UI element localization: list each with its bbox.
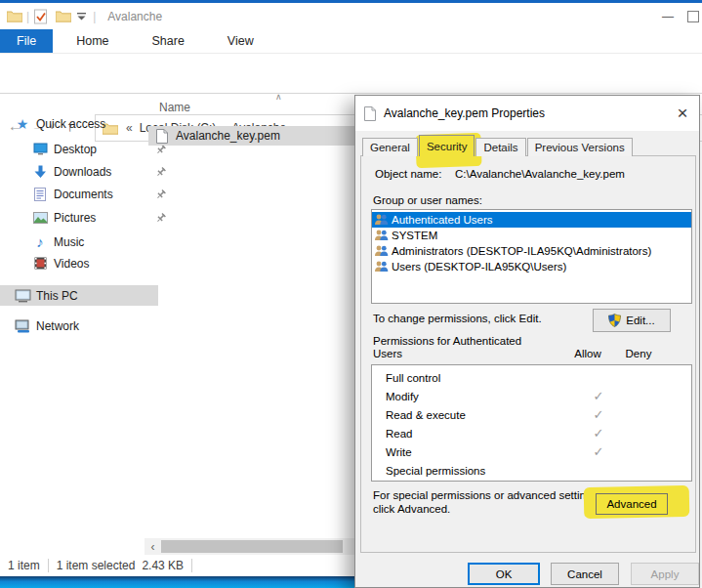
file-icon xyxy=(156,129,168,144)
downloads-icon xyxy=(31,165,49,179)
pin-icon xyxy=(156,189,166,199)
scroll-left-icon[interactable]: ‹ xyxy=(145,540,161,554)
status-item-count: 1 item xyxy=(8,559,40,572)
documents-icon xyxy=(31,188,49,201)
minimize-button[interactable]: — xyxy=(655,10,681,23)
sidebar-item-music[interactable]: ♪ Music xyxy=(0,231,176,252)
cancel-button[interactable]: Cancel xyxy=(551,563,619,585)
tab-security[interactable]: Security xyxy=(419,135,475,156)
maximize-button[interactable] xyxy=(681,11,702,22)
maximize-icon xyxy=(687,11,699,22)
horizontal-scrollbar[interactable]: ‹ xyxy=(145,538,354,555)
advanced-hint-line1: For special permissions or advanced sett… xyxy=(373,489,600,501)
qat-separator-2: | xyxy=(93,10,96,23)
uac-shield-icon xyxy=(608,314,621,327)
this-pc-icon xyxy=(14,289,31,303)
sort-ascending-icon: ∧ xyxy=(275,92,282,102)
group-users-icon xyxy=(374,214,389,226)
desktop-icon xyxy=(31,143,49,155)
ribbon-tab-home[interactable]: Home xyxy=(62,29,122,53)
group-name: Administrators (DESKTOP-ILA95KQ\Administ… xyxy=(392,245,651,257)
network-icon xyxy=(14,319,31,333)
ok-button[interactable]: OK xyxy=(468,563,540,585)
sidebar-item-quick-access[interactable]: ★ Quick access xyxy=(0,113,158,134)
group-row-authenticated-users[interactable]: Authenticated Users xyxy=(372,212,691,228)
edit-hint: To change permissions, click Edit. xyxy=(373,313,542,324)
sidebar-item-videos[interactable]: Videos xyxy=(0,253,176,273)
edit-button[interactable]: Edit... xyxy=(593,309,671,332)
advanced-hint-line2: click Advanced. xyxy=(373,503,450,515)
permission-row-write: Write ✓ xyxy=(372,442,691,461)
group-row-administrators[interactable]: Administrators (DESKTOP-ILA95KQ\Administ… xyxy=(372,243,691,259)
sidebar-item-label: Music xyxy=(54,235,84,249)
navigation-toolbar: ← → ∨ ↑ « Local Disk (C:) › Avalanche ∨ … xyxy=(0,54,702,94)
group-users-icon xyxy=(374,230,389,241)
permission-name: Full control xyxy=(386,372,440,384)
taskbar-edge xyxy=(0,576,354,588)
status-separator xyxy=(48,559,49,572)
ribbon-tab-share[interactable]: Share xyxy=(139,29,198,53)
file-row-avalanche-key[interactable]: Avalanche_key.pem xyxy=(148,126,355,146)
allow-check-icon: ✓ xyxy=(573,426,624,441)
qat-folder-icon[interactable] xyxy=(56,10,71,22)
permission-name: Modify xyxy=(386,391,419,402)
dialog-tab-strip: General Security Details Previous Versio… xyxy=(362,135,633,156)
status-selection: 1 item selected xyxy=(57,559,136,572)
sidebar-item-label: Desktop xyxy=(54,143,97,156)
allow-check-icon: ✓ xyxy=(573,444,624,459)
column-header-name[interactable]: Name xyxy=(159,101,190,114)
ribbon-tab-view[interactable]: View xyxy=(214,29,268,53)
advanced-button[interactable]: Advanced xyxy=(596,493,668,515)
group-row-system[interactable]: SYSTEM xyxy=(372,228,691,243)
group-name: SYSTEM xyxy=(392,230,437,241)
group-row-users[interactable]: Users (DESKTOP-ILA95KQ\Users) xyxy=(372,259,691,274)
title-bar: | | Avalanche — xyxy=(0,3,702,29)
object-name-value: C:\Avalanche\Avalanche_key.pem xyxy=(455,168,625,180)
pictures-icon xyxy=(31,212,49,224)
pin-icon xyxy=(156,167,166,177)
dialog-file-icon xyxy=(364,106,376,121)
explorer-window: | | Avalanche — File Home Share View ← →… xyxy=(0,0,702,588)
sidebar-item-label: Network xyxy=(36,319,79,333)
permission-row-read: Read ✓ xyxy=(372,424,691,442)
app-folder-icon[interactable] xyxy=(7,10,22,22)
sidebar-item-label: Documents xyxy=(54,188,113,201)
object-name-label: Object name: xyxy=(375,168,441,180)
qat-dropdown-icon[interactable] xyxy=(77,13,86,21)
sidebar-item-pictures[interactable]: Pictures xyxy=(0,207,176,228)
tab-label: Details xyxy=(483,142,517,153)
scrollbar-thumb[interactable] xyxy=(161,540,343,553)
properties-dialog: Avalanche_key.pem Properties × General S… xyxy=(354,95,700,588)
dialog-title-bar: Avalanche_key.pem Properties × xyxy=(355,96,699,131)
tab-previous-versions[interactable]: Previous Versions xyxy=(527,138,633,156)
group-list-label: Group or user names: xyxy=(373,194,482,206)
sidebar-item-network[interactable]: Network xyxy=(0,315,158,336)
permission-name: Read xyxy=(386,428,413,440)
dialog-close-icon[interactable]: × xyxy=(670,100,695,125)
status-separator xyxy=(191,559,192,572)
qat-separator: | xyxy=(26,10,29,23)
window-title: Avalanche xyxy=(107,10,162,23)
apply-button[interactable]: Apply xyxy=(631,563,699,585)
sidebar-item-label: Videos xyxy=(54,257,89,271)
permission-name: Special permissions xyxy=(386,465,485,477)
sidebar-item-label: Pictures xyxy=(54,211,96,225)
permissions-label-line2: Users xyxy=(373,348,402,359)
sidebar-item-label: Downloads xyxy=(54,165,111,179)
ribbon-tab-bar: File Home Share View xyxy=(0,29,702,54)
permission-row-special-permissions: Special permissions xyxy=(372,461,691,480)
qat-properties-icon[interactable] xyxy=(33,9,48,24)
sidebar-item-this-pc[interactable]: This PC xyxy=(0,285,158,306)
permission-row-modify: Modify ✓ xyxy=(372,387,691,405)
tab-label: General xyxy=(370,142,410,153)
tab-label: Security xyxy=(427,141,468,152)
ribbon-tab-file[interactable]: File xyxy=(0,29,53,53)
status-size: 2.43 KB xyxy=(142,559,184,572)
tab-details[interactable]: Details xyxy=(475,138,525,156)
group-users-icon xyxy=(374,261,389,273)
permissions-list: Full control Modify ✓ Read & execute ✓ R… xyxy=(371,364,692,482)
sidebar-item-downloads[interactable]: Downloads xyxy=(0,161,176,182)
tab-general[interactable]: General xyxy=(362,138,418,156)
sidebar-item-documents[interactable]: Documents xyxy=(0,184,176,204)
pin-icon xyxy=(156,145,166,154)
